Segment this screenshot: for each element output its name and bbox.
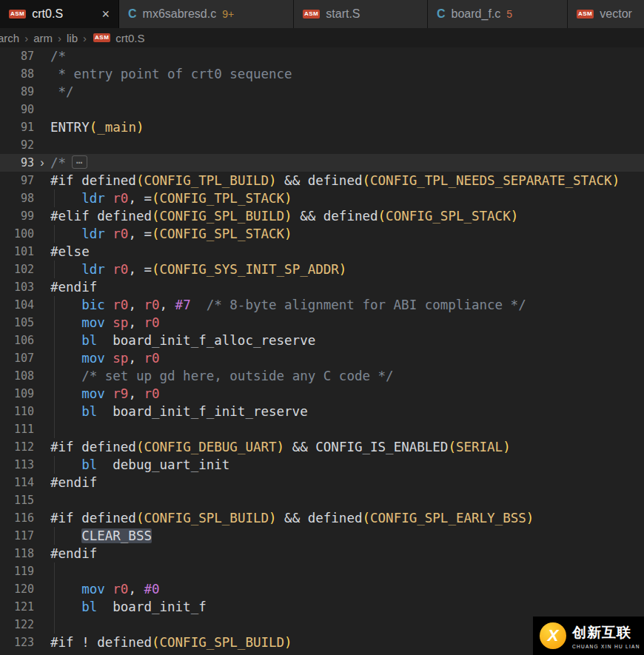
code-text[interactable]: ldr r0, =(CONFIG_TPL_STACK) [50,189,644,207]
code-token: ENTRY [50,120,90,135]
fold-chevron-icon[interactable]: › [34,154,50,172]
code-token: /* 8-byte alignment for ABI compliance *… [207,298,526,312]
code-text[interactable]: ldr r0, =(CONFIG_SYS_INIT_SP_ADDR) [50,261,644,278]
code-text[interactable]: /* [50,47,644,65]
code-text[interactable]: /* set up gd here, outside any C code */ [50,367,644,385]
code-text[interactable] [50,101,644,118]
code-text[interactable]: */ [50,83,644,101]
code-text[interactable]: #endif [50,474,644,491]
line-number: 120 [0,580,34,598]
fold-spacer [34,332,50,349]
tab-vector[interactable]: ASMvector [568,0,644,28]
code-line: 87/* [0,47,644,65]
line-number: 112 [0,438,34,456]
breadcrumb-item[interactable]: arch [0,32,19,44]
code-text[interactable]: #else [50,243,644,261]
gutter: 123 [0,634,50,651]
indent-guide [54,314,55,332]
code-token: ) [284,209,292,224]
tab-crt0.S[interactable]: ASMcrt0.S× [0,0,119,28]
line-number: 104 [0,296,34,314]
breadcrumb: arch›arm›lib› ASM crt0.S [0,28,644,47]
code-text[interactable]: ENTRY(_main) [50,118,644,136]
tab-start.S[interactable]: ASMstart.S [294,0,428,28]
code-text[interactable]: /*⋯ [50,154,644,172]
code-token: && defined [292,209,378,224]
gutter: 121 [0,598,50,616]
line-number: 92 [0,136,34,154]
code-token [50,262,81,277]
gutter: 98 [0,189,50,207]
code-token: CLEAR_BSS [81,528,152,543]
indent-guide [54,562,55,580]
code-text[interactable]: CLEAR_BSS [50,527,644,545]
close-icon[interactable]: × [101,7,110,21]
code-line: 100 ldr r0, =(CONFIG_SPL_STACK) [0,225,644,243]
code-token: r0 [113,582,128,597]
gutter: 101 [0,243,50,261]
code-token: #endif [50,546,97,561]
code-token: board_init_f [113,599,206,614]
code-token [50,226,81,241]
code-line: 91ENTRY(_main) [0,118,644,136]
code-token: , = [128,191,152,206]
breadcrumb-file[interactable]: crt0.S [115,32,144,44]
line-number: 115 [0,491,34,509]
indent-guide [54,420,55,438]
code-text[interactable]: * entry point of crt0 sequence [50,65,644,83]
code-token: */ [50,84,74,99]
code-token: ( [152,635,160,650]
gutter: 91 [0,118,50,136]
code-text[interactable]: #endif [50,545,644,562]
code-token: bl [81,457,97,472]
code-token [97,599,113,614]
line-number: 102 [0,261,34,278]
tab-label: crt0.S [32,7,63,21]
folded-code-badge[interactable]: ⋯ [72,155,87,169]
tab-board_f.c[interactable]: Cboard_f.c5 [428,0,568,28]
code-token: #if defined [50,511,136,525]
code-text[interactable]: #if defined(CONFIG_SPL_BUILD) && defined… [50,509,644,527]
code-text[interactable] [50,420,644,438]
tab-mx6sabresd.c[interactable]: Cmx6sabresd.c9+ [119,0,294,28]
code-text[interactable]: mov r0, #0 [50,580,644,598]
code-text[interactable]: bl board_init_f_init_reserve [50,403,644,420]
breadcrumb-item[interactable]: lib [67,32,78,44]
code-text[interactable] [50,136,644,154]
line-number: 100 [0,225,34,243]
code-line: 101#else [0,243,644,261]
code-text[interactable]: bl board_init_f [50,598,644,616]
chevron-right-icon: › [24,32,28,44]
fold-spacer [34,367,50,385]
gutter: 110 [0,403,50,420]
code-token: , = [128,226,152,241]
watermark-logo-icon: X [540,622,566,649]
code-text[interactable]: mov sp, r0 [50,349,644,367]
code-token: ldr [81,226,105,241]
code-text[interactable]: #if defined(CONFIG_TPL_BUILD) && defined… [50,172,644,189]
code-text[interactable]: bl debug_uart_init [50,456,644,474]
code-text[interactable]: mov r9, r0 [50,385,644,403]
code-text[interactable]: #if defined(CONFIG_DEBUG_UART) && CONFIG… [50,438,644,456]
code-text[interactable] [50,491,644,509]
code-text[interactable]: mov sp, r0 [50,314,644,332]
fold-spacer [34,65,50,83]
code-token [50,191,81,206]
code-line: 106 bl board_init_f_alloc_reserve [0,332,644,349]
line-number: 103 [0,278,34,296]
code-text[interactable]: #elif defined(CONFIG_SPL_BUILD) && defin… [50,207,644,225]
fold-spacer [34,456,50,474]
code-token: r0 [144,315,159,330]
breadcrumb-item[interactable]: arm [33,32,53,44]
gutter: 90 [0,101,50,118]
asm-file-icon: ASM [303,10,320,19]
code-text[interactable]: #endif [50,278,644,296]
code-token: /* [50,49,66,64]
code-text[interactable]: bl board_init_f_alloc_reserve [50,332,644,349]
code-text[interactable]: ldr r0, =(CONFIG_SPL_STACK) [50,225,644,243]
code-token: ( [152,209,160,224]
code-text[interactable] [50,562,644,580]
code-line: 107 mov sp, r0 [0,349,644,367]
indent-guide [54,385,55,403]
code-text[interactable]: bic r0, r0, #7 /* 8-byte alignment for A… [50,296,644,314]
